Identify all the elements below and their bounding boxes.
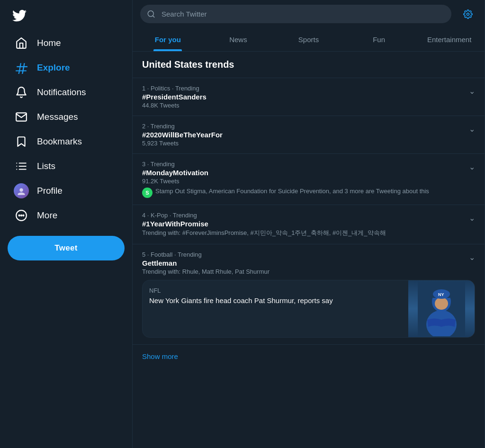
trend-label: Trending: [175, 85, 199, 92]
trends-section-title: United States trends: [133, 52, 485, 78]
chevron-button[interactable]: ⌄: [467, 123, 477, 135]
trend-category: Football: [151, 251, 172, 258]
chevron-button[interactable]: ⌄: [467, 251, 477, 264]
chevron-button[interactable]: ⌄: [467, 85, 477, 98]
sidebar-item-label: Lists: [37, 161, 55, 171]
sidebar-item-notifications[interactable]: Notifications: [8, 81, 125, 104]
twitter-logo[interactable]: [8, 4, 31, 27]
chevron-button[interactable]: ⌄: [467, 161, 477, 173]
search-input[interactable]: [140, 5, 451, 23]
more-icon: [15, 209, 27, 222]
stigma-icon: S: [142, 188, 153, 198]
trend-meta: 2 · Trending: [142, 123, 475, 130]
svg-point-8: [21, 215, 22, 216]
trend-card[interactable]: NFL New York Giants fire head coach Pat …: [142, 280, 475, 338]
sidebar-item-label: Explore: [37, 63, 70, 73]
trend-rank: 4: [142, 212, 145, 219]
trend-label: Trending: [173, 212, 197, 219]
trend-meta: 3 · Trending: [142, 161, 475, 168]
tab-for-you[interactable]: For you: [133, 28, 203, 51]
trend-meta: 4 · K-Pop · Trending: [142, 212, 475, 219]
trend-meta: 1 · Politics · Trending: [142, 85, 475, 92]
show-more-button[interactable]: Show more: [133, 345, 485, 368]
sidebar-item-label: Bookmarks: [37, 136, 82, 147]
trend-rank: 5: [142, 251, 145, 258]
trend-card-image: NY: [408, 280, 475, 337]
trend-name: #1YearWithPromise: [142, 220, 475, 228]
sidebar-item-explore[interactable]: Explore: [8, 56, 125, 80]
trend-name: #PresidentSanders: [142, 93, 475, 101]
trend-label: Trending: [151, 161, 175, 168]
tab-fun[interactable]: Fun: [344, 28, 414, 51]
svg-text:NY: NY: [438, 292, 444, 297]
trend-label: Trending: [151, 123, 175, 130]
sidebar-item-bookmarks[interactable]: Bookmarks: [8, 130, 125, 153]
search-area: [133, 0, 485, 28]
trend-item[interactable]: ⌄ 1 · Politics · Trending #PresidentSand…: [133, 78, 485, 116]
search-wrapper: [140, 5, 451, 23]
trend-card-text: NFL New York Giants fire head coach Pat …: [143, 280, 408, 337]
sidebar-item-label: Profile: [37, 186, 63, 196]
trend-rank: 2: [142, 123, 145, 130]
trend-item[interactable]: ⌄ 2 · Trending #2020WillBeTheYearFor 5,9…: [133, 116, 485, 154]
sidebar-item-label: More: [37, 210, 57, 221]
trend-name: #2020WillBeTheYearFor: [142, 131, 475, 139]
hashtag-icon: [15, 62, 27, 74]
trend-card-title: New York Giants fire head coach Pat Shur…: [149, 296, 402, 305]
trend-meta: 5 · Football · Trending: [142, 251, 475, 258]
trend-rank: 1: [142, 85, 145, 92]
trend-item[interactable]: ⌄ 5 · Football · Trending Gettleman Tren…: [133, 244, 485, 345]
tab-entertainment[interactable]: Entertainment: [414, 28, 485, 51]
trend-item[interactable]: ⌄ 4 · K-Pop · Trending #1YearWithPromise…: [133, 205, 485, 244]
svg-line-11: [153, 16, 154, 17]
sidebar-item-messages[interactable]: Messages: [8, 105, 125, 129]
trend-trending-with: Trending with: Rhule, Matt Rhule, Pat Sh…: [142, 268, 475, 275]
profile-icon: [15, 185, 27, 197]
sidebar-item-more[interactable]: More: [8, 204, 125, 227]
trend-card-source: NFL: [149, 287, 402, 294]
trend-trending-with: Trending with: #ForeverJiminsPromise, #지…: [142, 229, 475, 237]
trend-item[interactable]: ⌄ 3 · Trending #MondayMotivation 91.2K T…: [133, 154, 485, 205]
sidebar-item-label: Home: [37, 38, 61, 48]
bell-icon: [15, 86, 27, 99]
trend-category: Politics: [151, 85, 170, 92]
trend-name: Gettleman: [142, 259, 475, 267]
explore-tabs: For you News Sports Fun Entertainment: [133, 28, 485, 52]
trend-name: #MondayMotivation: [142, 169, 475, 177]
trend-count: 5,923 Tweets: [142, 140, 475, 147]
list-icon: [15, 160, 27, 172]
trend-category: K-Pop: [151, 212, 168, 219]
envelope-icon: [15, 111, 27, 123]
tab-news[interactable]: News: [203, 28, 274, 51]
sidebar-item-profile[interactable]: Profile: [8, 179, 125, 203]
home-icon: [15, 37, 27, 49]
sidebar-item-lists[interactable]: Lists: [8, 154, 125, 178]
trend-rank: 3: [142, 161, 145, 168]
trend-extra-text: Stamp Out Stigma, American Foundation fo…: [155, 188, 429, 195]
sidebar-item-label: Notifications: [37, 87, 86, 98]
svg-point-16: [435, 297, 448, 310]
search-icon: [147, 9, 155, 18]
tab-sports[interactable]: Sports: [273, 28, 344, 51]
chevron-button[interactable]: ⌄: [467, 212, 477, 224]
sidebar: Home Explore Notifications Messages: [0, 0, 133, 448]
tweet-button[interactable]: Tweet: [8, 236, 125, 260]
trend-label: Trending: [178, 251, 202, 258]
trend-extra: S Stamp Out Stigma, American Foundation …: [142, 188, 475, 198]
trend-count: 44.8K Tweets: [142, 102, 475, 109]
sidebar-item-home[interactable]: Home: [8, 31, 125, 55]
gear-icon: [463, 9, 473, 19]
svg-point-9: [23, 215, 24, 216]
settings-button[interactable]: [459, 5, 477, 23]
svg-point-7: [19, 215, 20, 216]
sidebar-item-label: Messages: [37, 112, 78, 122]
main-content: For you News Sports Fun Entertainment Un…: [133, 0, 485, 448]
trend-count: 91.2K Tweets: [142, 178, 475, 185]
coach-image: NY: [408, 280, 475, 337]
bookmark-icon: [15, 135, 27, 148]
svg-point-12: [467, 13, 469, 15]
